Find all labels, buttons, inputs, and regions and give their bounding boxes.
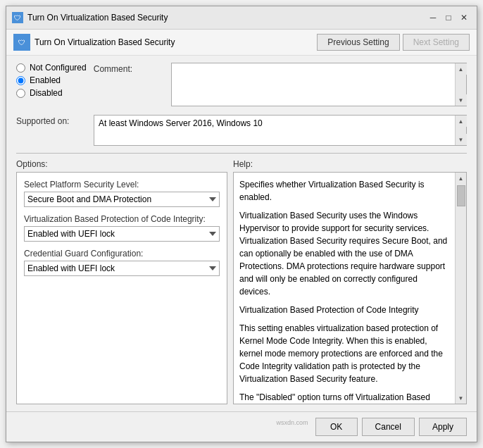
maximize-button[interactable]: □: [441, 11, 456, 25]
toolbar-title: Turn On Virtualization Based Security: [34, 37, 175, 47]
supported-label: Supported on:: [16, 115, 94, 126]
supported-scrollbar: ▲ ▼: [455, 116, 466, 145]
supported-row: Supported on: At least Windows Server 20…: [16, 115, 467, 146]
supported-scroll-up[interactable]: ▲: [456, 116, 467, 127]
window-title: Turn On Virtualization Based Security: [27, 13, 168, 23]
help-text-area: Specifies whether Virtualization Based S…: [234, 173, 455, 404]
help-header: Help:: [233, 159, 467, 169]
help-p1: Specifies whether Virtualization Based S…: [239, 178, 449, 204]
ok-button[interactable]: OK: [315, 418, 358, 436]
window-icon: 🛡: [12, 12, 23, 23]
radio-group: Not Configured Enabled Disabled: [16, 63, 87, 102]
bottom-bar: wsxdn.com OK Cancel Apply: [6, 411, 477, 442]
supported-scroll-track: [456, 127, 466, 134]
comment-row: Comment: ▲ ▼: [94, 63, 467, 106]
toolbar-left: 🛡 Turn On Virtualization Based Security: [13, 34, 175, 51]
content-area: Not Configured Enabled Disabled Comment:: [6, 56, 477, 411]
enabled-option[interactable]: Enabled: [16, 75, 87, 85]
comment-label: Comment:: [94, 63, 171, 74]
supported-scroll-down[interactable]: ▼: [456, 134, 467, 145]
help-scroll-up[interactable]: ▲: [456, 173, 467, 184]
help-panel: Specifies whether Virtualization Based S…: [233, 172, 467, 404]
watermark: wsxdn.com: [277, 418, 311, 436]
disabled-option[interactable]: Disabled: [16, 88, 87, 98]
not-configured-radio[interactable]: [16, 63, 25, 73]
scroll-down-arrow[interactable]: ▼: [456, 94, 467, 106]
options-panel: Select Platform Security Level: Secure B…: [16, 172, 227, 404]
divider: [16, 153, 467, 154]
col-headers: Options: Help:: [16, 159, 467, 169]
comment-field-wrapper: ▲ ▼: [171, 63, 467, 106]
platform-security-label: Select Platform Security Level:: [24, 180, 220, 189]
title-bar-left: 🛡 Turn On Virtualization Based Security: [12, 12, 168, 23]
title-bar: 🛡 Turn On Virtualization Based Security …: [6, 6, 477, 30]
enabled-label: Enabled: [30, 75, 61, 85]
cancel-button[interactable]: Cancel: [362, 418, 415, 436]
main-window: 🛡 Turn On Virtualization Based Security …: [6, 6, 477, 442]
platform-security-group: Select Platform Security Level: Secure B…: [24, 180, 220, 207]
scroll-track: [456, 75, 466, 94]
help-p5: The "Disabled" option turns off Virtuali…: [239, 391, 449, 404]
not-configured-label: Not Configured: [30, 63, 87, 73]
platform-security-select[interactable]: Secure Boot Secure Boot and DMA Protecti…: [24, 192, 220, 207]
apply-button[interactable]: Apply: [419, 418, 467, 436]
enabled-radio[interactable]: [16, 76, 25, 85]
comment-scrollbar: ▲ ▼: [455, 63, 466, 106]
supported-box: At least Windows Server 2016, Windows 10…: [94, 115, 467, 146]
title-bar-controls: ─ □ ✕: [426, 11, 471, 25]
disabled-label: Disabled: [30, 88, 63, 98]
credential-guard-group: Credential Guard Configuration: Disabled…: [24, 249, 220, 276]
toolbar-icon: 🛡: [13, 34, 30, 51]
minimize-button[interactable]: ─: [426, 11, 440, 25]
code-integrity-select[interactable]: Disabled Enabled with UEFI lock Enabled …: [24, 226, 220, 242]
help-scroll-down[interactable]: ▼: [456, 392, 467, 404]
help-p4: This setting enables virtualization base…: [239, 322, 449, 385]
help-scrollbar: ▲ ▼: [455, 173, 466, 404]
comment-textarea[interactable]: [172, 63, 455, 106]
close-button[interactable]: ✕: [457, 11, 471, 25]
toolbar-buttons: Previous Setting Next Setting: [317, 34, 470, 51]
help-scroll-thumb[interactable]: [457, 185, 465, 206]
code-integrity-group: Virtualization Based Protection of Code …: [24, 214, 220, 242]
help-p2: Virtualization Based Security uses the W…: [239, 209, 449, 298]
help-p3: Virtualization Based Protection of Code …: [239, 304, 449, 316]
code-integrity-label: Virtualization Based Protection of Code …: [24, 214, 220, 224]
credential-guard-select[interactable]: Disabled Enabled with UEFI lock Enabled …: [24, 261, 220, 276]
credential-guard-label: Credential Guard Configuration:: [24, 249, 220, 259]
options-header: Options:: [16, 159, 227, 169]
supported-value: At least Windows Server 2016, Windows 10: [94, 116, 455, 145]
help-scroll-track: [456, 184, 466, 392]
previous-setting-button[interactable]: Previous Setting: [317, 34, 399, 51]
toolbar: 🛡 Turn On Virtualization Based Security …: [6, 30, 477, 56]
two-column-layout: Select Platform Security Level: Secure B…: [16, 172, 467, 404]
next-setting-button[interactable]: Next Setting: [403, 34, 470, 51]
scroll-up-arrow[interactable]: ▲: [456, 63, 467, 75]
not-configured-option[interactable]: Not Configured: [16, 63, 87, 73]
disabled-radio[interactable]: [16, 89, 25, 98]
